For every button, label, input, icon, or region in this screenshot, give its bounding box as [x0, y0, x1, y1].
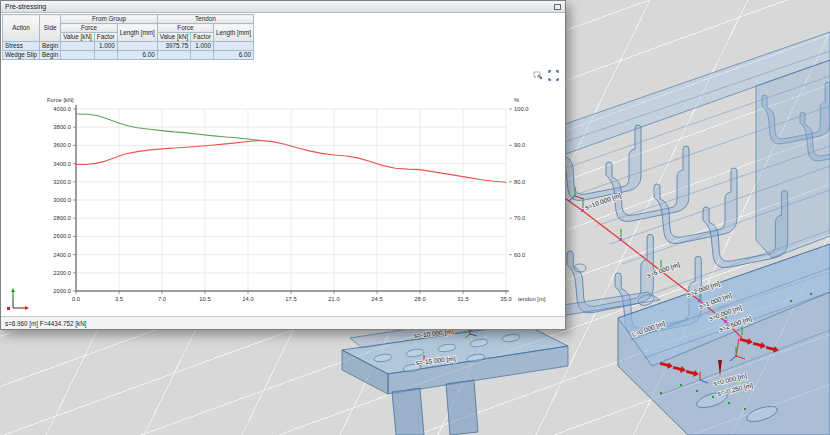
table-cell[interactable] [94, 51, 117, 60]
svg-text:80.0: 80.0 [514, 179, 525, 185]
table-row: Stress Begin 1.000 3975.75 1.000 [3, 42, 254, 51]
svg-text:28.0: 28.0 [414, 296, 425, 302]
table-cell[interactable] [191, 51, 214, 60]
svg-text:31.5: 31.5 [457, 296, 468, 302]
table-header-cell: Force [157, 24, 213, 33]
svg-text:3200.0: 3200.0 [53, 179, 71, 185]
svg-text:3400.0: 3400.0 [53, 161, 71, 167]
dialog-pin-icon[interactable] [554, 4, 561, 10]
table-cell[interactable]: 3975.75 [157, 42, 191, 51]
svg-text:10.5: 10.5 [199, 296, 210, 302]
svg-text:2600.0: 2600.0 [53, 233, 71, 239]
table-cell: Stress [3, 42, 40, 51]
table-group-header: Tendon [157, 15, 253, 24]
svg-text:3000.0: 3000.0 [53, 197, 71, 203]
dialog-titlebar[interactable]: Pre-stressing [1, 1, 565, 13]
edge-beam [756, 60, 830, 258]
table-cell[interactable] [61, 51, 95, 60]
table-cell[interactable]: 6.00 [117, 51, 157, 60]
svg-text:3600.0: 3600.0 [53, 142, 71, 148]
svg-text:21.0: 21.0 [328, 296, 339, 302]
svg-text:100.0: 100.0 [514, 106, 529, 112]
table-header-cell: Value [kN] [61, 33, 95, 42]
table-cell[interactable]: Begin [40, 42, 61, 51]
svg-text:3800.0: 3800.0 [53, 124, 71, 130]
pier-column [392, 388, 424, 435]
svg-text:24.5: 24.5 [371, 296, 382, 302]
svg-text:2400.0: 2400.0 [53, 252, 71, 258]
table-cell[interactable]: 6.00 [214, 51, 254, 60]
svg-text:14.0: 14.0 [242, 296, 253, 302]
table-header-cell: Action [3, 15, 40, 42]
prestressing-table: Action Side From Group Tendon Force Leng… [2, 14, 254, 60]
table-group-header: From Group [61, 15, 157, 24]
svg-text:2800.0: 2800.0 [53, 215, 71, 221]
fit-view-icon[interactable] [548, 70, 559, 81]
table-header-cell: Factor [191, 33, 214, 42]
table-header-cell: Side [40, 15, 61, 42]
plot-origin-axes-icon [7, 288, 31, 312]
green-curve-force-at-stressing [76, 114, 259, 140]
table-row: Wedge Slip Begin 6.00 6.00 [3, 51, 254, 60]
table-header-cell: Length [mm] [117, 24, 157, 42]
table-cell[interactable]: 1.000 [94, 42, 117, 51]
table-cell[interactable] [61, 42, 95, 51]
dialog-title: Pre-stressing [5, 3, 46, 10]
zoom-window-icon[interactable] [533, 70, 544, 81]
table-cell[interactable] [157, 51, 191, 60]
svg-text:Force [kN]: Force [kN] [47, 97, 74, 103]
svg-text:4000.0: 4000.0 [53, 106, 71, 112]
svg-text:2200.0: 2200.0 [53, 270, 71, 276]
svg-text:35.0: 35.0 [500, 296, 511, 302]
table-cell[interactable]: 1.000 [191, 42, 214, 51]
prestressing-dialog: Pre-stressing Action Side From Group Ten… [0, 0, 566, 330]
svg-text:7.0: 7.0 [158, 296, 166, 302]
svg-text:2000.0: 2000.0 [53, 288, 71, 294]
svg-text:3.5: 3.5 [115, 296, 123, 302]
dialog-statusbar: s=6.960 [m] F=4434.752 [kN] [1, 316, 565, 329]
table-header-cell: Length [mm] [214, 24, 254, 42]
svg-text:90.0: 90.0 [514, 142, 525, 148]
svg-text:70.0: 70.0 [514, 215, 525, 221]
table-cell[interactable]: Begin [40, 51, 61, 60]
svg-text:60.0: 60.0 [514, 252, 525, 258]
table-header-cell: Factor [94, 33, 117, 42]
pier-column [446, 380, 478, 435]
red-curve-force-after-wedge-slip [76, 140, 506, 182]
svg-text:17.5: 17.5 [285, 296, 296, 302]
table-header-cell: Value [kN] [157, 33, 191, 42]
svg-text:0.0: 0.0 [72, 296, 80, 302]
table-cell: Wedge Slip [3, 51, 40, 60]
table-cell[interactable] [214, 42, 254, 51]
cursor-readout: s=6.960 [m] F=4434.752 [kN] [5, 320, 87, 327]
table-header-cell: Force [61, 24, 117, 33]
svg-text:%: % [514, 97, 519, 103]
svg-text:tendon [m]: tendon [m] [518, 296, 546, 302]
table-cell[interactable] [117, 42, 157, 51]
